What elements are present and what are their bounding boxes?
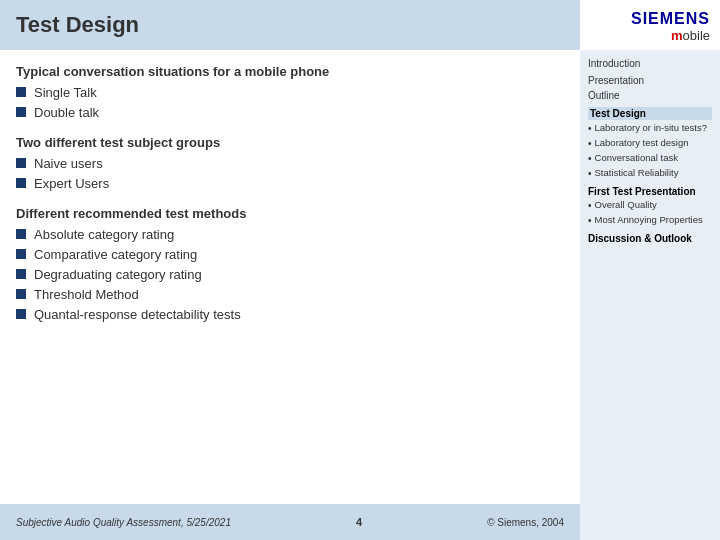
sidebar-list-item: • Overall Quality [588, 199, 712, 212]
bullet-text: Quantal-response detectability tests [34, 307, 241, 322]
sidebar-conversational-task: Conversational task [595, 152, 678, 163]
list-item: Single Talk [16, 85, 564, 100]
footer-page-number: 4 [356, 516, 362, 528]
sidebar-item-text: Laboratory or in-situ tests? [595, 122, 707, 133]
sidebar-list-item: • Laboratory test design [588, 137, 712, 150]
sidebar-firsttest-title: First Test Presentation [588, 186, 712, 197]
siemens-brand: SIEMENS [631, 10, 710, 28]
list-item: Expert Users [16, 176, 564, 191]
bullet-icon [16, 178, 26, 188]
list-item: Double talk [16, 105, 564, 120]
bullet-icon [16, 87, 26, 97]
header: Test Design [0, 0, 580, 50]
list-item: Comparative category rating [16, 247, 564, 262]
sidebar-section-presentation: Presentation Outline [588, 75, 712, 101]
sidebar-section-testdesign: Test Design • Laboratory or in-situ test… [588, 107, 712, 180]
bullet-icon [16, 289, 26, 299]
sidebar-item-outline[interactable]: Outline [588, 90, 712, 101]
list-item: Absolute category rating [16, 227, 564, 242]
bullet-text: Comparative category rating [34, 247, 197, 262]
sidebar-nav: Introduction Presentation Outline Test D… [580, 50, 720, 540]
footer-left-text: Subjective Audio Quality Assessment, 5/2… [16, 517, 231, 528]
bullet-text: Single Talk [34, 85, 97, 100]
section1-heading: Typical conversation situations for a mo… [16, 64, 564, 79]
sidebar-dot-icon: • [588, 152, 592, 165]
sidebar-intro-label: Introduction [588, 58, 640, 69]
main-content: Typical conversation situations for a mo… [0, 50, 580, 504]
bullet-text: Absolute category rating [34, 227, 174, 242]
siemens-logo: SIEMENS mobile [580, 0, 720, 50]
siemens-product: mobile [671, 28, 710, 43]
bullet-icon [16, 229, 26, 239]
sidebar-dot-icon: • [588, 122, 592, 135]
sidebar-dot-icon: • [588, 137, 592, 150]
footer-right-text: © Siemens, 2004 [487, 517, 564, 528]
sidebar-item-introduction[interactable]: Introduction [588, 58, 712, 69]
section3-heading: Different recommended test methods [16, 206, 564, 221]
sidebar-list-item: • Conversational task [588, 152, 712, 165]
list-item: Threshold Method [16, 287, 564, 302]
footer: Subjective Audio Quality Assessment, 5/2… [0, 504, 580, 540]
page-container: Test Design Typical conversation situati… [0, 0, 720, 540]
sidebar-list-item: • Laboratory or in-situ tests? [588, 122, 712, 135]
bullet-text: Expert Users [34, 176, 109, 191]
sidebar-dot-icon: • [588, 199, 592, 212]
sidebar-item-text: Statistical Reliability [595, 167, 679, 178]
sidebar-section-firsttest: First Test Presentation • Overall Qualit… [588, 186, 712, 227]
bullet-text: Degraduating category rating [34, 267, 202, 282]
right-panel: SIEMENS mobile Introduction Presentation… [580, 0, 720, 540]
list-item: Degraduating category rating [16, 267, 564, 282]
bullet-icon [16, 107, 26, 117]
sidebar-list-item: • Most Annoying Properties [588, 214, 712, 227]
bullet-icon [16, 158, 26, 168]
bullet-text: Double talk [34, 105, 99, 120]
sidebar-presentation-label: Presentation [588, 75, 644, 86]
sidebar-item-text: Most Annoying Properties [595, 214, 703, 225]
bullet-icon [16, 269, 26, 279]
section2-heading: Two different test subject groups [16, 135, 564, 150]
sidebar-testdesign-title: Test Design [588, 107, 712, 120]
bullet-icon [16, 249, 26, 259]
mobile-rest: obile [683, 28, 710, 43]
sidebar-section-intro: Introduction [588, 58, 712, 69]
list-item: Quantal-response detectability tests [16, 307, 564, 322]
sidebar-dot-icon: • [588, 167, 592, 180]
bullet-text: Threshold Method [34, 287, 139, 302]
bullet-icon [16, 309, 26, 319]
list-item: Naive users [16, 156, 564, 171]
sidebar-item-presentation[interactable]: Presentation [588, 75, 712, 86]
sidebar-item-text: Laboratory test design [595, 137, 689, 148]
bullet-text: Naive users [34, 156, 103, 171]
sidebar-dot-icon: • [588, 214, 592, 227]
sidebar-discussion-title: Discussion & Outlook [588, 233, 712, 244]
sidebar-outline-label: Outline [588, 90, 620, 101]
left-panel: Test Design Typical conversation situati… [0, 0, 580, 540]
sidebar-overall-quality: Overall Quality [595, 199, 657, 210]
page-title: Test Design [16, 12, 139, 38]
sidebar-section-discussion: Discussion & Outlook [588, 233, 712, 244]
mobile-m-letter: m [671, 28, 683, 43]
sidebar-list-item: • Statistical Reliability [588, 167, 712, 180]
